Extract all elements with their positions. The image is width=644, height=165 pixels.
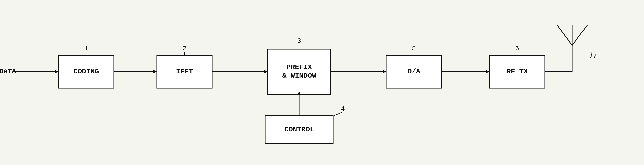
antenna-right: [572, 25, 587, 45]
antenna-bracket: }: [589, 51, 593, 59]
prefix-number: 3: [297, 37, 301, 45]
prefix-label: PREFIX: [287, 63, 312, 71]
block-diagram: DATA CODING 1 IFFT 2 PREFIX & WINDOW 3 D…: [0, 0, 644, 165]
svg-marker-10: [383, 70, 386, 73]
svg-line-16: [333, 112, 342, 116]
data-input-label: DATA: [0, 68, 16, 75]
rftx-number: 6: [515, 45, 519, 52]
control-number: 4: [341, 105, 345, 113]
svg-marker-13: [486, 70, 489, 73]
da-label: D/A: [408, 68, 420, 75]
prefix-window-block: [268, 49, 331, 94]
svg-marker-7: [264, 70, 268, 73]
ifft-label: IFFT: [176, 68, 193, 75]
coding-label: CODING: [74, 68, 99, 75]
svg-marker-4: [153, 70, 157, 73]
diagram-container: DATA CODING 1 IFFT 2 PREFIX & WINDOW 3 D…: [0, 0, 644, 165]
control-label: CONTROL: [284, 126, 314, 133]
coding-number: 1: [84, 45, 88, 52]
rftx-label: RF TX: [507, 68, 528, 75]
ifft-number: 2: [182, 45, 187, 52]
antenna-number: 7: [593, 52, 597, 60]
antenna-left: [557, 25, 572, 45]
da-number: 5: [412, 45, 416, 52]
svg-marker-1: [55, 70, 58, 73]
window-label: & WINDOW: [282, 72, 316, 80]
